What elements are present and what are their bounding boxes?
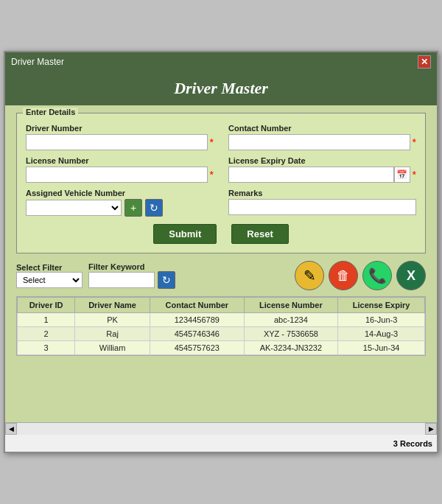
contact-number-label: Contact Number [228, 124, 416, 133]
license-expiry-label: License Expiry Date [228, 156, 416, 165]
table-header-row: Driver ID Driver Name Contact Number Lic… [18, 298, 425, 313]
table-row[interactable]: 2 Raj 4545746346 XYZ - 7536658 14-Aug-3 [18, 327, 425, 341]
filter-keyword-input[interactable] [88, 272, 155, 288]
vehicle-select[interactable] [26, 200, 122, 216]
data-table-container: Driver ID Driver Name Contact Number Lic… [16, 296, 426, 356]
title-bar: Driver Master ✕ [5, 52, 437, 71]
filter-row: Select Filter Select Filter Keyword ↻ ✎ … [16, 261, 426, 290]
contact-number-input-row: * [228, 134, 416, 150]
action-buttons: ✎ 🗑 📞 X [295, 261, 426, 290]
submit-button[interactable]: Submit [153, 224, 217, 244]
cell-driver-name: PK [75, 313, 150, 327]
cell-contact-number: 1234456789 [150, 313, 244, 327]
cell-driver-id: 2 [18, 327, 75, 341]
footer-bar: 3 Records [5, 434, 437, 452]
section-label: Enter Details [23, 108, 78, 116]
col-driver-name: Driver Name [75, 298, 150, 313]
contact-number-input[interactable] [228, 134, 410, 150]
license-expiry-input-row: 📅 * [228, 167, 416, 183]
license-expiry-input[interactable] [228, 167, 394, 183]
table-row[interactable]: 1 PK 1234456789 abc-1234 16-Jun-3 [18, 313, 425, 327]
main-content: Enter Details Driver Number * Contact Nu… [5, 105, 437, 422]
scroll-left-button[interactable]: ◀ [5, 423, 17, 435]
cell-driver-id: 1 [18, 313, 75, 327]
horizontal-scrollbar[interactable]: ◀ ▶ [5, 422, 437, 434]
cell-contact-number: 4545746346 [150, 327, 244, 341]
license-number-input[interactable] [26, 167, 208, 183]
cell-license-expiry: 16-Jun-3 [338, 313, 425, 327]
cell-driver-name: William [75, 341, 150, 355]
app-header: Driver Master [5, 71, 437, 105]
license-expiry-group: License Expiry Date 📅 * [228, 156, 416, 183]
scroll-track[interactable] [17, 423, 425, 435]
main-window: Driver Master ✕ Driver Master Enter Deta… [4, 51, 438, 453]
cell-license-number: abc-1234 [244, 313, 338, 327]
edit-button[interactable]: ✎ [295, 261, 324, 290]
license-number-input-row: * [26, 167, 214, 183]
col-license-number: License Number [244, 298, 338, 313]
vehicle-number-label: Assigned Vehicle Number [26, 189, 214, 197]
filter-keyword-group: Filter Keyword ↻ [88, 262, 175, 289]
records-count: 3 Records [393, 439, 432, 448]
license-expiry-required: * [413, 167, 416, 183]
scroll-right-button[interactable]: ▶ [425, 423, 437, 435]
data-table: Driver ID Driver Name Contact Number Lic… [17, 297, 425, 355]
form-row-2: License Number * License Expiry Date 📅 * [26, 156, 416, 183]
add-vehicle-button[interactable]: + [124, 199, 142, 217]
submit-row: Submit Reset [26, 224, 416, 244]
app-title: Driver Master [5, 79, 437, 98]
form-row-3: Assigned Vehicle Number + ↻ Remarks [26, 189, 416, 217]
cell-driver-id: 3 [18, 341, 75, 355]
license-number-label: License Number [26, 156, 214, 165]
filter-keyword-label: Filter Keyword [88, 262, 175, 271]
table-body: 1 PK 1234456789 abc-1234 16-Jun-3 2 Raj … [18, 313, 425, 355]
cell-license-number: XYZ - 7536658 [244, 327, 338, 341]
driver-number-required: * [210, 134, 214, 150]
select-filter-label: Select Filter [16, 263, 83, 272]
col-contact-number: Contact Number [150, 298, 244, 313]
remarks-label: Remarks [228, 189, 416, 197]
driver-number-input-row: * [26, 134, 214, 150]
delete-button[interactable]: 🗑 [329, 261, 358, 290]
license-number-group: License Number * [26, 156, 214, 183]
select-filter-group: Select Filter Select [16, 263, 83, 288]
cell-license-expiry: 15-Jun-34 [338, 341, 425, 355]
vehicle-row: + ↻ [26, 199, 214, 217]
contact-number-required: * [413, 134, 416, 150]
vehicle-number-group: Assigned Vehicle Number + ↻ [26, 189, 214, 217]
refresh-vehicle-button[interactable]: ↻ [145, 199, 163, 217]
license-number-required: * [210, 167, 214, 183]
remarks-input[interactable] [228, 199, 416, 215]
table-row[interactable]: 3 William 4545757623 AK-3234-JN3232 15-J… [18, 341, 425, 355]
filter-refresh-button[interactable]: ↻ [158, 271, 175, 289]
form-row-1: Driver Number * Contact Number * [26, 124, 416, 150]
cell-license-number: AK-3234-JN3232 [244, 341, 338, 355]
col-driver-id: Driver ID [18, 298, 75, 313]
close-button[interactable]: ✕ [418, 55, 431, 69]
enter-details-section: Enter Details Driver Number * Contact Nu… [16, 113, 426, 253]
calendar-button[interactable]: 📅 [394, 167, 410, 183]
col-license-expiry: License Expiry [338, 298, 425, 313]
empty-area [16, 356, 426, 415]
excel-button[interactable]: X [396, 261, 426, 290]
driver-number-group: Driver Number * [26, 124, 214, 150]
remarks-group: Remarks [228, 189, 416, 217]
table-header: Driver ID Driver Name Contact Number Lic… [18, 298, 425, 313]
driver-number-label: Driver Number [26, 124, 214, 133]
whatsapp-button[interactable]: 📞 [362, 261, 392, 290]
contact-number-group: Contact Number * [228, 124, 416, 150]
driver-number-input[interactable] [26, 134, 208, 150]
cell-contact-number: 4545757623 [150, 341, 244, 355]
cell-license-expiry: 14-Aug-3 [338, 327, 425, 341]
select-filter-dropdown[interactable]: Select [16, 272, 83, 288]
cell-driver-name: Raj [75, 327, 150, 341]
reset-button[interactable]: Reset [231, 224, 288, 244]
date-input-wrapper: 📅 [228, 167, 410, 183]
filter-keyword-input-row: ↻ [88, 271, 175, 289]
remarks-input-row [228, 199, 416, 215]
window-title: Driver Master [11, 57, 64, 67]
